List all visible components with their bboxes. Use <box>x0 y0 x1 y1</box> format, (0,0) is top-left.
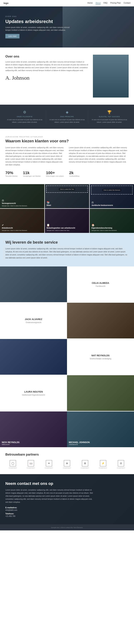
card-title-4: Arbeidsrecht <box>2 227 42 229</box>
contact-info: E-mailadres: info@dleft.com Telefoon: +2… <box>5 506 129 517</box>
partner-icon-3: ✦ <box>46 460 52 466</box>
partner-icon-7: ⊟ <box>118 460 124 466</box>
card-content-5: 📋 Belastingwetten van arbeidsrecht Sampl… <box>45 222 89 233</box>
service-card-2[interactable]: Click to select the Text 📚 Bibel <box>45 184 89 208</box>
team-role-3: Strafrechtelijke verdediging <box>90 358 111 360</box>
team-info-5: MICHAEL JOHNSON Arbeidsrecht <box>67 412 134 447</box>
team-name-2: JACK ALVAREZ <box>25 318 42 320</box>
blue-text: Lorem ipsum dolor sit amet, consetetur s… <box>5 247 129 259</box>
team-role-2: Ondernemingsrecht <box>26 322 42 324</box>
card-text-1: Sample text. Click to select the Element… <box>2 205 42 207</box>
strip-label-2: ONS PRINCIPE <box>49 116 85 118</box>
contact-phone-label: Telefoon: <box>5 512 129 515</box>
why-sub-label: JURIDISCHE RECHTEN UITGELEGD <box>5 136 129 138</box>
partners-title: Betrouwbare partners <box>5 453 129 456</box>
contact-text: Lorem ipsum dolor sit amet, consetetur s… <box>5 488 95 504</box>
about-text: Lorem ipsum dolor sit amet, consetetur s… <box>5 60 89 72</box>
partner-2: 📖 COMPANY <box>27 460 35 469</box>
team-role-6: Arbeidsrecht <box>69 444 90 446</box>
strip-text-1: At vero eos et accusam et justo duo dolo… <box>6 118 43 124</box>
service-card-6[interactable]: 🏠 Eigendomsbescherming Sample text. Clic… <box>90 209 134 233</box>
nav-contact[interactable]: Contact <box>124 2 130 4</box>
team-info-3: NAT REYNOLDS Strafrechtelijke verdedigin… <box>67 339 134 375</box>
card-icon-3: ⚖ <box>92 201 132 204</box>
team-img-right-4 <box>67 375 134 411</box>
why-columns: Lorem ipsum dolor sit amet, consetetur s… <box>5 146 129 166</box>
select-text-annotation-2[interactable]: Click to select the Text <box>46 186 88 193</box>
partner-icon-1: ◯ <box>10 460 16 466</box>
about-section: Over ons Lorem ipsum dolor sit amet, con… <box>0 48 134 105</box>
partner-label-4: COMPANY <box>63 467 71 469</box>
card-content-3: ⚖ Juridische bestuursnorm <box>90 200 134 208</box>
why-section: JURIDISCHE RECHTEN UITGELEGD Waarom kiez… <box>0 129 134 184</box>
team-img-right-2 <box>67 303 134 338</box>
partner-icon-6: ⚡ <box>100 460 106 466</box>
stats-row: 70% Tevreden klanten 11k Verwijzingen va… <box>5 170 129 177</box>
team-name-4: LAURA NGUYEN <box>24 390 43 393</box>
stat-label-3: Erkenningen voor prijzen <box>46 175 64 177</box>
signature: A. Johnson <box>5 75 89 81</box>
team-role-4: Intellectueel Eigendomsrecht <box>22 394 45 396</box>
partner-icon-5: ⊞ <box>82 460 88 466</box>
stat-num-2: 11k <box>23 170 41 175</box>
card-content-6: 🏠 Eigendomsbescherming Sample text. Clic… <box>90 222 134 233</box>
card-icon-1: ⚖ <box>2 199 42 202</box>
strip-col-3: 🏆 SLEUTEL TOT SUCCES At vero eos et accu… <box>88 110 130 124</box>
strip-col-2: ◈ ONS PRINCIPE At vero eos et accusam et… <box>46 110 88 124</box>
stat-label-4: Voorbeelidkop <box>69 175 79 177</box>
team-row-2: JACK ALVAREZ Ondernemingsrecht <box>0 302 134 338</box>
partner-label-6: COMPANY <box>99 467 107 469</box>
stat-4: 2k Voorbeelidkop <box>69 170 79 177</box>
card-text-4: Sample text. Click to select the Element… <box>2 230 42 232</box>
stat-1: 70% Tevreden klanten <box>5 170 18 177</box>
team-info-1: CELIA ALMEDA Familierecht <box>67 266 134 302</box>
stat-num-1: 70% <box>5 170 18 175</box>
card-content-2: 📚 Bibel <box>45 200 89 208</box>
why-title: Waarom kiezen klanten voor ons? <box>5 139 129 144</box>
strip-icon-3: 🏆 <box>91 110 128 114</box>
card-text-6: Sample text. Click to select the Element… <box>92 230 132 232</box>
card-icon-5: 📋 <box>47 224 87 226</box>
contact-email: info@dleft.com <box>5 509 129 511</box>
stat-num-3: 100+ <box>46 170 64 175</box>
card-content-1: ⚖ Vermogensrecht Sample text. Click to s… <box>0 198 44 208</box>
contact-title: Neem contact met ons op <box>5 481 129 486</box>
select-element-annotation-3[interactable]: Click to select the Element <box>91 186 132 194</box>
hero-title: Updates arbeidsrecht <box>5 19 70 24</box>
nav-about[interactable]: About <box>96 2 101 4</box>
card-title-3: Juridische bestuursnorm <box>92 204 132 206</box>
strip-columns: ⚙ ONZE FILOSOFIE At vero eos et accusam … <box>4 110 130 124</box>
contact-section: Neem contact met ons op Lorem ipsum dolo… <box>0 474 134 524</box>
nav-logo: logo <box>4 2 8 4</box>
about-image-container <box>93 55 129 98</box>
team-img-center-3 <box>0 339 67 375</box>
partner-1: ◯ COMPANY <box>9 460 17 469</box>
navigation: logo Home About FAQ Pricing Plan Contact <box>0 0 134 6</box>
nav-home[interactable]: Home <box>87 2 92 4</box>
service-card-5[interactable]: 📋 Belastingwetten van arbeidsrecht Sampl… <box>45 209 89 233</box>
nav-pricing[interactable]: Pricing Plan <box>110 2 121 4</box>
hero-content: OVER ONS Updates arbeidsrecht Lorem ipsu… <box>0 10 75 44</box>
contact-email-label: E-mailadres: <box>5 506 129 509</box>
why-col2: Lorem ipsum dolor sit amet, consetetur s… <box>69 146 129 166</box>
team-row-3: NAT REYNOLDS Strafrechtelijke verdedigin… <box>0 338 134 375</box>
contact-phone: +21.456.789 <box>5 515 129 517</box>
partner-label-2: COMPANY <box>27 467 35 469</box>
team-role-5: Milieurecht <box>2 444 20 446</box>
card-title-6: Eigendomsbescherming <box>92 227 132 229</box>
service-card-4[interactable]: ✔ Arbeidsrecht Sample text. Click to sel… <box>0 209 44 233</box>
service-card-3[interactable]: Click to select the Element ⚖ Juridische… <box>90 184 134 208</box>
card-content-4: ✔ Arbeidsrecht Sample text. Click to sel… <box>0 222 44 233</box>
select-text-label: Click to select the Text <box>59 188 75 190</box>
service-card-1[interactable]: ⚖ Vermogensrecht Sample text. Click to s… <box>0 184 44 208</box>
team-name-1: CELIA ALMEDA <box>92 282 109 284</box>
hero-over-label: OVER ONS <box>5 16 70 17</box>
about-image <box>93 55 129 98</box>
hero-button[interactable]: Lees meer <box>5 34 20 38</box>
nav-faq[interactable]: FAQ <box>104 2 108 4</box>
team-row-5: NICK REYNOLDS Milieurecht MICHAEL JOHNSO… <box>0 411 134 447</box>
team-info-2: JACK ALVAREZ Ondernemingsrecht <box>0 303 67 338</box>
partner-6: ⚡ COMPANY <box>99 460 107 469</box>
partner-icon-4: ⊕ <box>64 460 70 466</box>
card-text-5: Sample text. Click to select the Text. <box>47 230 87 232</box>
